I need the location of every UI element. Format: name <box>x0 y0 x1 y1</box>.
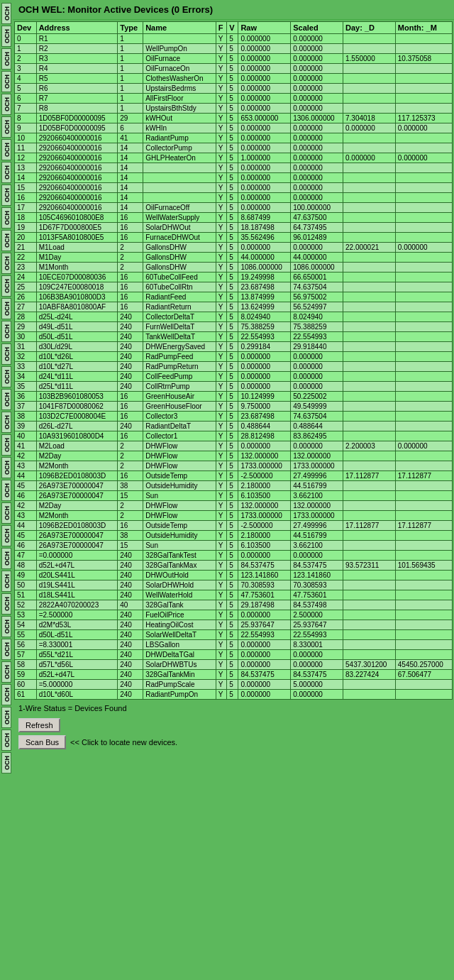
cell-18-6: 8.687499 <box>238 213 291 223</box>
cell-20-6: 35.562496 <box>238 233 291 243</box>
cell-33-1: d10L*d27L <box>36 362 118 372</box>
table-row: 15292066040000001614Y50.0000000.000000 <box>15 183 453 193</box>
cell-45-5: 5 <box>227 481 238 491</box>
sidebar-label-24: OCH <box>1 548 11 569</box>
cell-7-4: Y <box>216 104 226 114</box>
table-row: 4526A973E70000004738OutsideHumidityY52.1… <box>15 481 453 491</box>
table-row: 48d52L+d47L240328GalTankMaxY584.53747584… <box>15 561 453 571</box>
table-row: 17292066040000001614OilFurnaceOffY50.000… <box>15 203 453 213</box>
cell-14-7: 0.000000 <box>291 173 343 183</box>
cell-36-3: GreenHouseAir <box>143 392 216 402</box>
cell-2-4: Y <box>216 54 226 64</box>
cell-27-3: RadiantReturn <box>143 302 216 312</box>
cell-8-3: kWHOut <box>143 114 216 123</box>
cell-63-5: 5 <box>227 660 238 670</box>
cell-64-8: 83.227424 <box>343 670 396 680</box>
cell-59-2: 240 <box>118 620 143 630</box>
table-row: 2410ECE07D000800361660TubeCollFeedY519.2… <box>15 272 453 282</box>
cell-6-1: R7 <box>36 94 118 104</box>
cell-44-6: -2.500000 <box>238 471 291 481</box>
col-v: V <box>227 22 238 34</box>
cell-38-7: 74.637504 <box>291 412 343 422</box>
cell-43-7: 1733.000000 <box>291 461 343 471</box>
cell-48-4: Y <box>216 511 226 521</box>
cell-27-7: 56.524997 <box>291 302 343 312</box>
scan-bus-button[interactable]: Scan Bus <box>18 735 66 749</box>
cell-5-1: R6 <box>36 84 118 94</box>
cell-37-6: 9.750000 <box>238 402 291 412</box>
cell-58-7: 2.500000 <box>291 610 343 620</box>
cell-34-6: 0.000000 <box>238 372 291 382</box>
cell-3-2: 1 <box>118 64 143 74</box>
cell-66-9 <box>395 690 452 700</box>
cell-16-0: 16 <box>15 193 37 203</box>
cell-13-7: 0.000000 <box>291 163 343 173</box>
cell-44-8: 17.112877 <box>343 471 396 481</box>
cell-13-5: 5 <box>227 163 238 173</box>
cell-23-0: 23 <box>15 263 37 272</box>
cell-16-8 <box>343 193 396 203</box>
sidebar-label-7: OCH <box>1 162 11 183</box>
cell-63-0: 58 <box>15 660 37 670</box>
cell-11-5: 5 <box>227 143 238 153</box>
table-row: 191D67F7D000800E516SolarDHWOutY518.18749… <box>15 223 453 233</box>
cell-40-9 <box>395 431 452 441</box>
cell-37-2: 16 <box>118 402 143 412</box>
cell-42-9 <box>395 451 452 461</box>
cell-33-7: 0.000000 <box>291 362 343 372</box>
cell-19-3: SolarDHWOut <box>143 223 216 233</box>
refresh-button[interactable]: Refresh <box>18 718 60 732</box>
cell-38-6: 23.687498 <box>238 412 291 422</box>
cell-0-1: R1 <box>36 34 118 44</box>
cell-53-3: 328GalTankMax <box>143 561 216 571</box>
cell-45-4: Y <box>216 481 226 491</box>
cell-46-1: 26A973E700000047 <box>36 491 118 501</box>
cell-26-1: 106B3BA9010800D3 <box>36 292 118 302</box>
cell-58-8 <box>343 610 396 620</box>
cell-17-2: 14 <box>118 203 143 213</box>
cell-23-5: 5 <box>227 263 238 272</box>
cell-20-1: 1013F5A8010800E5 <box>36 233 118 243</box>
table-row: 23M1Month2GallonsDHWY51086.0000001086.00… <box>15 263 453 272</box>
cell-9-5: 5 <box>227 123 238 133</box>
cell-26-9 <box>395 292 452 302</box>
cell-36-0: 36 <box>15 392 37 402</box>
cell-26-5: 5 <box>227 292 238 302</box>
cell-65-7: 5.000000 <box>291 680 343 690</box>
table-row: 18105C4696010800E816WellWaterSupplyY58.6… <box>15 213 453 223</box>
cell-33-6: 0.000000 <box>238 362 291 372</box>
cell-20-9 <box>395 233 452 243</box>
cell-10-3: RadiantPump <box>143 133 216 143</box>
cell-29-3: FurnWellDeltaT <box>143 322 216 332</box>
cell-59-3: HeatingOilCost <box>143 620 216 630</box>
cell-37-0: 37 <box>15 402 37 412</box>
cell-50-1: 26A973E700000047 <box>36 531 118 541</box>
cell-12-5: 5 <box>227 153 238 163</box>
cell-19-1: 1D67F7D000800E5 <box>36 223 118 233</box>
cell-26-3: RadiantFeed <box>143 292 216 302</box>
cell-63-6: 0.000000 <box>238 660 291 670</box>
sidebar-label-28: OCH <box>1 639 11 660</box>
cell-62-5: 5 <box>227 650 238 660</box>
cell-5-8 <box>343 84 396 94</box>
cell-39-6: 0.488644 <box>238 422 291 431</box>
cell-38-8 <box>343 412 396 422</box>
cell-12-1: 2920660400000016 <box>36 153 118 163</box>
cell-52-1: =0.000000 <box>36 551 118 561</box>
cell-32-8 <box>343 352 396 362</box>
cell-47-8 <box>343 501 396 511</box>
cell-32-7: 0.000000 <box>291 352 343 362</box>
cell-48-0: 43 <box>15 511 37 521</box>
cell-46-3: Sun <box>143 491 216 501</box>
sidebar-label-4: OCH <box>1 94 11 115</box>
cell-42-1: M2Day <box>36 451 118 461</box>
cell-63-4: Y <box>216 660 226 670</box>
cell-48-9 <box>395 511 452 521</box>
cell-39-5: 5 <box>227 422 238 431</box>
cell-0-3 <box>143 34 216 44</box>
cell-14-0: 14 <box>15 173 37 183</box>
cell-0-5: 5 <box>227 34 238 44</box>
cell-9-7: 0.000000 <box>291 123 343 133</box>
cell-39-8 <box>343 422 396 431</box>
cell-54-1: d20LS441L <box>36 571 118 580</box>
